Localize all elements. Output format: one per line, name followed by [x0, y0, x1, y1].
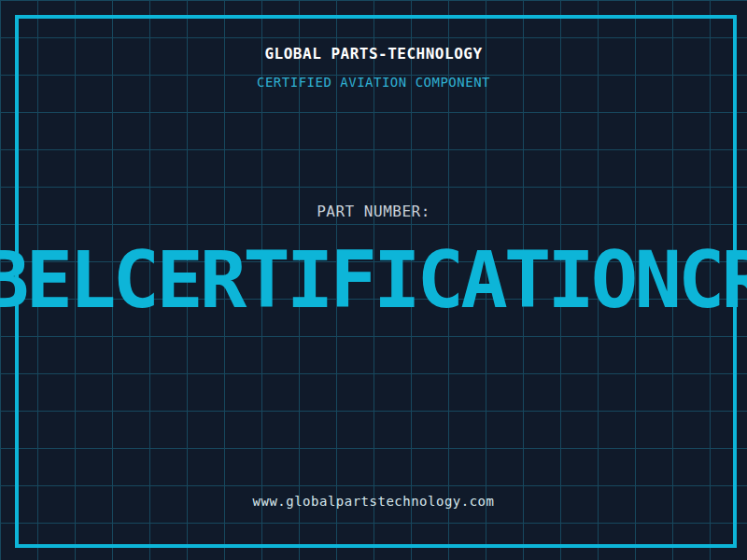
website-url: www.globalpartstechnology.com: [0, 492, 747, 511]
tagline: CERTIFIED AVIATION COMPONENT: [0, 73, 747, 91]
part-number-value: BELCERTIFICATIONCR: [0, 237, 747, 323]
part-number-label: PART NUMBER:: [0, 203, 747, 221]
company-name: GLOBAL PARTS-TECHNOLOGY: [0, 45, 747, 63]
